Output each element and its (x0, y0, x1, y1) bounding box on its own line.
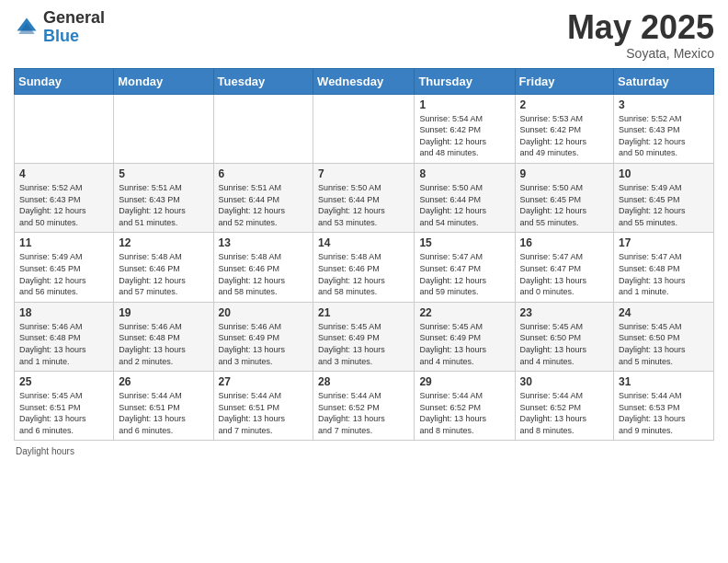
calendar-week-row: 4Sunrise: 5:52 AM Sunset: 6:43 PM Daylig… (15, 163, 714, 232)
calendar-cell: 12Sunrise: 5:48 AM Sunset: 6:46 PM Dayli… (114, 233, 213, 302)
page: General Blue May 2025 Soyata, Mexico Sun… (0, 0, 728, 563)
calendar-week-row: 18Sunrise: 5:46 AM Sunset: 6:48 PM Dayli… (15, 302, 714, 371)
day-number: 17 (619, 236, 709, 249)
calendar-day-header: Tuesday (213, 68, 313, 94)
calendar-cell: 10Sunrise: 5:49 AM Sunset: 6:45 PM Dayli… (614, 163, 714, 232)
calendar-header-row: SundayMondayTuesdayWednesdayThursdayFrid… (15, 68, 714, 94)
calendar-cell: 6Sunrise: 5:51 AM Sunset: 6:44 PM Daylig… (213, 163, 313, 232)
day-info: Sunrise: 5:51 AM Sunset: 6:43 PM Dayligh… (119, 182, 208, 228)
day-info: Sunrise: 5:45 AM Sunset: 6:49 PM Dayligh… (419, 321, 509, 367)
calendar-cell: 31Sunrise: 5:44 AM Sunset: 6:53 PM Dayli… (614, 372, 714, 441)
logo: General Blue (14, 9, 105, 46)
calendar-cell: 14Sunrise: 5:48 AM Sunset: 6:46 PM Dayli… (313, 233, 415, 302)
calendar-cell: 16Sunrise: 5:47 AM Sunset: 6:47 PM Dayli… (515, 233, 614, 302)
day-info: Sunrise: 5:47 AM Sunset: 6:47 PM Dayligh… (419, 251, 509, 297)
calendar-day-header: Monday (114, 68, 213, 94)
calendar-cell: 19Sunrise: 5:46 AM Sunset: 6:48 PM Dayli… (114, 302, 213, 371)
day-number: 19 (119, 306, 208, 319)
daylight-label: Daylight hours (16, 446, 74, 456)
calendar-cell: 15Sunrise: 5:47 AM Sunset: 6:47 PM Dayli… (415, 233, 515, 302)
title-block: May 2025 Soyata, Mexico (567, 9, 714, 61)
calendar-week-row: 1Sunrise: 5:54 AM Sunset: 6:42 PM Daylig… (15, 94, 714, 163)
calendar-cell: 30Sunrise: 5:44 AM Sunset: 6:52 PM Dayli… (515, 372, 614, 441)
day-info: Sunrise: 5:52 AM Sunset: 6:43 PM Dayligh… (19, 182, 108, 228)
day-number: 31 (619, 375, 709, 388)
day-info: Sunrise: 5:44 AM Sunset: 6:52 PM Dayligh… (318, 390, 409, 436)
calendar-cell (213, 94, 313, 163)
calendar-cell: 4Sunrise: 5:52 AM Sunset: 6:43 PM Daylig… (15, 163, 114, 232)
calendar-cell: 28Sunrise: 5:44 AM Sunset: 6:52 PM Dayli… (313, 372, 415, 441)
calendar-cell: 20Sunrise: 5:46 AM Sunset: 6:49 PM Dayli… (213, 302, 313, 371)
calendar-cell: 22Sunrise: 5:45 AM Sunset: 6:49 PM Dayli… (415, 302, 515, 371)
calendar-day-header: Friday (515, 68, 614, 94)
day-number: 29 (419, 375, 509, 388)
calendar-cell: 7Sunrise: 5:50 AM Sunset: 6:44 PM Daylig… (313, 163, 415, 232)
day-info: Sunrise: 5:44 AM Sunset: 6:51 PM Dayligh… (219, 390, 309, 436)
footer: Daylight hours (14, 446, 714, 456)
day-number: 9 (520, 167, 609, 180)
day-number: 12 (119, 236, 208, 249)
header: General Blue May 2025 Soyata, Mexico (14, 9, 714, 61)
day-number: 7 (318, 167, 409, 180)
calendar-cell: 5Sunrise: 5:51 AM Sunset: 6:43 PM Daylig… (114, 163, 213, 232)
day-info: Sunrise: 5:48 AM Sunset: 6:46 PM Dayligh… (219, 251, 309, 297)
day-info: Sunrise: 5:54 AM Sunset: 6:42 PM Dayligh… (419, 113, 509, 159)
logo-text: General Blue (43, 9, 105, 46)
calendar-day-header: Saturday (614, 68, 714, 94)
day-number: 15 (419, 236, 509, 249)
calendar-cell: 17Sunrise: 5:47 AM Sunset: 6:48 PM Dayli… (614, 233, 714, 302)
calendar-week-row: 25Sunrise: 5:45 AM Sunset: 6:51 PM Dayli… (15, 372, 714, 441)
day-number: 5 (119, 167, 208, 180)
day-info: Sunrise: 5:47 AM Sunset: 6:48 PM Dayligh… (619, 251, 709, 297)
day-number: 11 (19, 236, 108, 249)
calendar-cell: 9Sunrise: 5:50 AM Sunset: 6:45 PM Daylig… (515, 163, 614, 232)
day-number: 3 (619, 98, 709, 111)
logo-blue-text: Blue (43, 28, 105, 46)
day-number: 28 (318, 375, 409, 388)
calendar-cell: 29Sunrise: 5:44 AM Sunset: 6:52 PM Dayli… (415, 372, 515, 441)
day-number: 10 (619, 167, 709, 180)
day-info: Sunrise: 5:50 AM Sunset: 6:44 PM Dayligh… (419, 182, 509, 228)
day-info: Sunrise: 5:48 AM Sunset: 6:46 PM Dayligh… (119, 251, 208, 297)
day-info: Sunrise: 5:46 AM Sunset: 6:48 PM Dayligh… (119, 321, 208, 367)
day-info: Sunrise: 5:49 AM Sunset: 6:45 PM Dayligh… (19, 251, 108, 297)
day-number: 24 (619, 306, 709, 319)
day-info: Sunrise: 5:48 AM Sunset: 6:46 PM Dayligh… (318, 251, 409, 297)
day-number: 1 (419, 98, 509, 111)
day-info: Sunrise: 5:45 AM Sunset: 6:50 PM Dayligh… (520, 321, 609, 367)
calendar-table: SundayMondayTuesdayWednesdayThursdayFrid… (14, 68, 714, 442)
calendar-day-header: Sunday (15, 68, 114, 94)
calendar-cell (114, 94, 213, 163)
day-info: Sunrise: 5:50 AM Sunset: 6:45 PM Dayligh… (520, 182, 609, 228)
calendar-cell: 21Sunrise: 5:45 AM Sunset: 6:49 PM Dayli… (313, 302, 415, 371)
day-number: 21 (318, 306, 409, 319)
day-number: 20 (219, 306, 309, 319)
calendar-cell: 27Sunrise: 5:44 AM Sunset: 6:51 PM Dayli… (213, 372, 313, 441)
day-number: 4 (19, 167, 108, 180)
calendar-cell: 3Sunrise: 5:52 AM Sunset: 6:43 PM Daylig… (614, 94, 714, 163)
day-info: Sunrise: 5:51 AM Sunset: 6:44 PM Dayligh… (219, 182, 309, 228)
calendar-day-header: Thursday (415, 68, 515, 94)
calendar-cell: 18Sunrise: 5:46 AM Sunset: 6:48 PM Dayli… (15, 302, 114, 371)
day-info: Sunrise: 5:53 AM Sunset: 6:42 PM Dayligh… (520, 113, 609, 159)
day-info: Sunrise: 5:45 AM Sunset: 6:50 PM Dayligh… (619, 321, 709, 367)
day-info: Sunrise: 5:45 AM Sunset: 6:49 PM Dayligh… (318, 321, 409, 367)
day-number: 6 (219, 167, 309, 180)
day-number: 22 (419, 306, 509, 319)
calendar-cell: 1Sunrise: 5:54 AM Sunset: 6:42 PM Daylig… (415, 94, 515, 163)
calendar-cell: 25Sunrise: 5:45 AM Sunset: 6:51 PM Dayli… (15, 372, 114, 441)
day-number: 16 (520, 236, 609, 249)
day-info: Sunrise: 5:50 AM Sunset: 6:44 PM Dayligh… (318, 182, 409, 228)
day-info: Sunrise: 5:44 AM Sunset: 6:52 PM Dayligh… (520, 390, 609, 436)
day-number: 2 (520, 98, 609, 111)
day-number: 23 (520, 306, 609, 319)
day-number: 18 (19, 306, 108, 319)
calendar-cell: 23Sunrise: 5:45 AM Sunset: 6:50 PM Dayli… (515, 302, 614, 371)
day-info: Sunrise: 5:46 AM Sunset: 6:49 PM Dayligh… (219, 321, 309, 367)
day-info: Sunrise: 5:52 AM Sunset: 6:43 PM Dayligh… (619, 113, 709, 159)
location: Soyata, Mexico (567, 46, 714, 61)
day-info: Sunrise: 5:49 AM Sunset: 6:45 PM Dayligh… (619, 182, 709, 228)
calendar-cell: 26Sunrise: 5:44 AM Sunset: 6:51 PM Dayli… (114, 372, 213, 441)
day-number: 14 (318, 236, 409, 249)
calendar-day-header: Wednesday (313, 68, 415, 94)
